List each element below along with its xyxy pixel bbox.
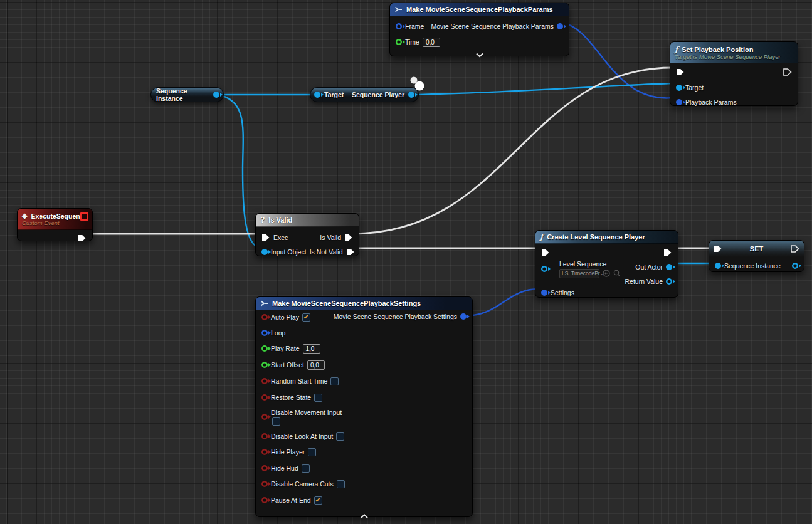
node-header[interactable]: ƒ Set Playback Position Target is Movie … bbox=[670, 42, 798, 63]
node-header[interactable]: ◈ ExecuteSequence Custom Event bbox=[18, 209, 92, 230]
event-delegate-pin[interactable] bbox=[80, 212, 88, 221]
function-icon: ƒ bbox=[675, 45, 678, 54]
pin-label: Pause At End bbox=[271, 496, 311, 504]
node-header[interactable]: ? Is Valid bbox=[256, 214, 359, 227]
disable-camera-cuts-pin[interactable] bbox=[261, 481, 268, 487]
make-struct-icon bbox=[394, 6, 403, 13]
node-title: Create Level Sequence Player bbox=[547, 233, 645, 241]
node-subtitle: Custom Event bbox=[22, 220, 60, 226]
pin-label: Exec bbox=[273, 234, 288, 241]
pin-label: Disable Movement Input bbox=[271, 409, 342, 416]
wire-sequence-instance-isvalid[interactable] bbox=[218, 95, 260, 248]
node-make-playback-settings[interactable]: Make MovieSceneSequencePlaybackSettings … bbox=[255, 296, 473, 517]
loop-pin[interactable] bbox=[261, 330, 268, 336]
start-offset-pin[interactable] bbox=[261, 362, 268, 368]
collapse-pins-chevron-icon[interactable] bbox=[360, 510, 369, 521]
node-set-playback-position[interactable]: ƒ Set Playback Position Target is Movie … bbox=[670, 41, 798, 106]
pin-label: Out Actor bbox=[635, 263, 663, 271]
disable-camera-cuts-checkbox[interactable] bbox=[337, 480, 345, 488]
pin-label: Playback Params bbox=[685, 98, 737, 106]
blueprint-graph-canvas[interactable]: Make MovieSceneSequencePlaybackParams Fr… bbox=[0, 0, 812, 524]
pin-label: Return Value bbox=[625, 278, 663, 285]
exec-out-pin[interactable] bbox=[78, 234, 87, 242]
pin-label: Disable Look At Input bbox=[271, 432, 333, 440]
pin-label: Is Not Valid bbox=[310, 248, 343, 256]
input-object-pin[interactable] bbox=[261, 249, 268, 255]
node-make-playback-params[interactable]: Make MovieSceneSequencePlaybackParams Fr… bbox=[389, 3, 569, 56]
sequence-instance-out-pin[interactable] bbox=[792, 263, 798, 269]
pin-label: Start Offset bbox=[271, 361, 304, 369]
exec-in-pin[interactable] bbox=[541, 249, 550, 256]
pin-label: Is Valid bbox=[320, 234, 341, 241]
disable-movement-input-checkbox[interactable] bbox=[272, 417, 280, 426]
time-value-input[interactable]: 0,0 bbox=[423, 38, 440, 47]
disable-movement-input-pin[interactable] bbox=[261, 414, 268, 420]
play-rate-input[interactable]: 1,0 bbox=[303, 344, 320, 354]
wire-playback-params[interactable] bbox=[561, 23, 673, 98]
node-title: Is Valid bbox=[268, 216, 292, 224]
node-execute-sequence-event[interactable]: ◈ ExecuteSequence Custom Event bbox=[17, 208, 93, 241]
pin-label: Target bbox=[324, 91, 344, 98]
pin-label: Target bbox=[685, 84, 704, 92]
pin-label: Auto Play bbox=[271, 313, 299, 321]
settings-pin[interactable] bbox=[541, 290, 547, 296]
random-start-time-checkbox[interactable] bbox=[330, 377, 339, 385]
hide-hud-pin[interactable] bbox=[261, 465, 268, 471]
hide-hud-checkbox[interactable] bbox=[302, 464, 310, 473]
is-valid-exec-out-pin[interactable] bbox=[344, 234, 353, 241]
node-get-sequence-player[interactable]: Target Sequence Player bbox=[310, 87, 419, 102]
node-is-valid[interactable]: ? Is Valid Exec Is Valid Input Object bbox=[255, 213, 359, 256]
pause-at-end-pin[interactable] bbox=[261, 497, 268, 503]
restore-state-checkbox[interactable] bbox=[314, 394, 322, 402]
target-pin[interactable] bbox=[314, 92, 320, 98]
time-pin[interactable] bbox=[396, 39, 402, 45]
hide-player-pin[interactable] bbox=[261, 449, 268, 455]
auto-play-pin[interactable] bbox=[261, 314, 268, 320]
playback-params-out-pin[interactable] bbox=[557, 23, 563, 29]
node-header[interactable]: ƒ Create Level Sequence Player bbox=[535, 231, 678, 244]
mouse-cursor bbox=[408, 74, 429, 95]
exec-out-pin[interactable] bbox=[663, 249, 672, 256]
node-header[interactable]: SET bbox=[709, 241, 804, 257]
disable-look-at-input-checkbox[interactable] bbox=[336, 432, 344, 441]
start-offset-input[interactable]: 0,0 bbox=[307, 360, 325, 370]
node-subtitle: Target is Movie Scene Sequence Player bbox=[675, 54, 781, 60]
play-rate-pin[interactable] bbox=[261, 345, 268, 352]
node-get-sequence-instance[interactable]: Sequence Instance bbox=[150, 87, 224, 102]
target-pin[interactable] bbox=[676, 85, 682, 91]
exec-out-pin[interactable] bbox=[783, 68, 792, 76]
node-set-sequence-instance[interactable]: SET Sequence Instance bbox=[709, 240, 804, 272]
exec-in-pin[interactable] bbox=[676, 68, 685, 76]
pin-label: Hide Hud bbox=[271, 464, 298, 472]
node-header[interactable]: Make MovieSceneSequencePlaybackParams bbox=[390, 3, 569, 16]
node-title: SET bbox=[709, 245, 804, 253]
pin-label: Restore State bbox=[271, 394, 311, 401]
restore-state-pin[interactable] bbox=[261, 394, 268, 401]
node-title: Set Playback Position bbox=[682, 46, 753, 53]
sequence-instance-out-pin[interactable] bbox=[213, 92, 219, 98]
collapse-pins-chevron-icon[interactable] bbox=[475, 49, 484, 60]
frame-pin[interactable] bbox=[396, 23, 402, 29]
question-icon: ? bbox=[260, 216, 265, 224]
make-struct-icon bbox=[260, 300, 268, 307]
is-not-valid-exec-out-pin[interactable] bbox=[346, 248, 355, 256]
pin-label: Disable Camera Cuts bbox=[271, 480, 334, 488]
sequence-instance-in-pin[interactable] bbox=[715, 263, 721, 269]
return-value-pin[interactable] bbox=[666, 278, 672, 285]
pin-label: Frame bbox=[405, 23, 424, 30]
random-start-time-pin[interactable] bbox=[261, 378, 268, 384]
node-header[interactable]: Make MovieSceneSequencePlaybackSettings bbox=[256, 297, 472, 310]
node-title: Make MovieSceneSequencePlaybackSettings bbox=[272, 300, 421, 307]
pause-at-end-checkbox[interactable] bbox=[314, 496, 322, 505]
exec-in-pin[interactable] bbox=[261, 234, 270, 241]
pin-label: Hide Player bbox=[271, 448, 305, 456]
disable-look-at-input-pin[interactable] bbox=[261, 433, 268, 439]
node-create-level-sequence-player[interactable]: ƒ Create Level Sequence Player Level Seq… bbox=[535, 230, 678, 298]
playback-params-pin[interactable] bbox=[676, 99, 682, 105]
wire-settings[interactable] bbox=[465, 289, 539, 316]
auto-play-checkbox[interactable] bbox=[302, 313, 310, 322]
hide-player-checkbox[interactable] bbox=[308, 448, 316, 456]
out-actor-pin[interactable] bbox=[666, 264, 672, 270]
wire-sequence-player-target[interactable] bbox=[408, 83, 673, 95]
pin-label: Input Object bbox=[271, 248, 307, 256]
